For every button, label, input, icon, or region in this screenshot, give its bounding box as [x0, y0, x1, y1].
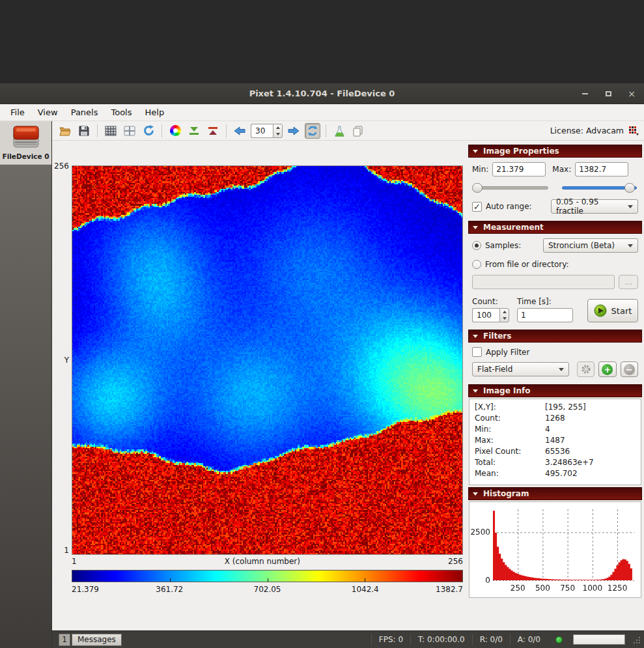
- down-arrow-icon: [276, 133, 280, 135]
- colorbar-tick: [365, 578, 365, 582]
- chevron-down-icon: [559, 368, 564, 371]
- filters-header[interactable]: Filters: [468, 330, 642, 343]
- open-folder-icon: [59, 125, 72, 137]
- menu-help[interactable]: Help: [139, 105, 171, 120]
- colorbar-labels: 21.379 361.72 702.05 1042.4 1382.7: [72, 585, 463, 595]
- min-input[interactable]: 21.379: [492, 162, 546, 176]
- count-value[interactable]: 100: [472, 308, 499, 322]
- filter-settings-button[interactable]: [577, 361, 595, 377]
- section-title: Image Properties: [483, 147, 559, 156]
- frame-count-value[interactable]: 30: [251, 124, 273, 138]
- remove-filter-button[interactable]: −: [621, 361, 638, 377]
- samples-value: Stroncium (Beta): [548, 241, 615, 250]
- panes-icon: [124, 126, 135, 136]
- device-sidebar: FileDevice 0: [0, 121, 52, 648]
- max-input[interactable]: 1382.7: [575, 162, 628, 176]
- messages-button[interactable]: Messages: [72, 634, 122, 646]
- frame-count-spinbox[interactable]: 30: [251, 124, 283, 138]
- continuous-refresh-toggle[interactable]: [305, 123, 320, 139]
- colorbar-label: 702.05: [254, 585, 281, 594]
- auto-range-label: Auto range:: [486, 202, 532, 211]
- histogram-canvas[interactable]: [471, 503, 639, 596]
- progress-bar: [573, 634, 625, 645]
- browse-button[interactable]: ...: [619, 275, 638, 289]
- histogram-header[interactable]: Histogram: [468, 487, 642, 500]
- close-button[interactable]: ×: [624, 87, 639, 100]
- frame-count-up[interactable]: [273, 124, 282, 131]
- collapse-arrow-icon: [473, 335, 478, 338]
- app-window: Pixet 1.4.10.704 - FileDevice 0 × File V…: [0, 83, 644, 648]
- x-axis-title: X (column number): [77, 557, 448, 566]
- menu-tools[interactable]: Tools: [104, 105, 138, 120]
- license-label: License: Advacam: [550, 126, 624, 135]
- color-wheel-icon: [170, 125, 181, 136]
- x-axis-max-label: 256: [448, 557, 463, 566]
- colorbar-label: 21.379: [72, 585, 99, 594]
- level-min-button[interactable]: [186, 123, 202, 139]
- image-info-box: [X,Y]:[195, 255] Count:1268 Min:4 Max:14…: [469, 399, 641, 485]
- image-properties-header[interactable]: Image Properties: [468, 145, 642, 158]
- max-level-icon: [207, 126, 219, 135]
- collapse-arrow-icon: [473, 492, 478, 496]
- filter-select[interactable]: Flat-Field: [472, 362, 569, 376]
- min-slider-thumb[interactable]: [472, 183, 483, 193]
- add-filter-button[interactable]: +: [598, 361, 616, 377]
- auto-range-checkbox[interactable]: ✓: [472, 202, 482, 212]
- next-frame-button[interactable]: [286, 123, 301, 139]
- toolbar-separator: [161, 124, 162, 137]
- open-button[interactable]: [57, 123, 73, 139]
- time-label: Time [s]:: [517, 297, 573, 306]
- time-input[interactable]: 1: [517, 308, 573, 322]
- menu-file[interactable]: File: [4, 105, 31, 120]
- apply-filter-label: Apply Filter: [486, 348, 529, 357]
- max-slider-thumb[interactable]: [624, 183, 635, 193]
- count-down[interactable]: [500, 315, 509, 322]
- count-up[interactable]: [500, 309, 509, 315]
- menu-panels[interactable]: Panels: [64, 105, 105, 120]
- apply-filter-checkbox[interactable]: [472, 347, 482, 357]
- from-file-label: From file or directory:: [485, 260, 569, 269]
- min-slider[interactable]: [472, 182, 550, 193]
- sidebar-item-filedevice0[interactable]: FileDevice 0: [0, 121, 51, 165]
- count-label: Count:: [472, 297, 509, 306]
- measurement-header[interactable]: Measurement: [468, 221, 642, 234]
- refresh-button[interactable]: [141, 123, 156, 139]
- start-button[interactable]: Start: [587, 299, 638, 322]
- prev-frame-button[interactable]: [232, 123, 247, 139]
- minimize-button[interactable]: [578, 87, 592, 100]
- filter-value: Flat-Field: [477, 365, 512, 374]
- samples-radio[interactable]: [472, 241, 481, 250]
- resize-grip[interactable]: [632, 635, 641, 645]
- file-path-input[interactable]: [472, 275, 615, 289]
- frames-copy-button[interactable]: [350, 123, 366, 139]
- collapse-arrow-icon: [473, 226, 478, 229]
- refresh-icon: [143, 124, 155, 137]
- maximize-button[interactable]: [601, 87, 615, 100]
- sidebar-empty-area: [0, 165, 51, 648]
- plus-icon: +: [602, 364, 613, 375]
- matrix-view-button[interactable]: [103, 123, 119, 139]
- color-palette-button[interactable]: [167, 123, 183, 139]
- level-max-button[interactable]: [205, 123, 221, 139]
- info-row-mean: Mean:495.702: [475, 468, 636, 479]
- fps-status: FPS: 0: [371, 634, 410, 645]
- collapse-arrow-icon: [473, 150, 478, 153]
- measurement-button[interactable]: [331, 123, 347, 139]
- max-label: Max:: [552, 165, 571, 174]
- samples-select[interactable]: Stroncium (Beta): [543, 238, 638, 253]
- frame-count-down[interactable]: [273, 131, 282, 137]
- detector-image-canvas[interactable]: [72, 166, 462, 554]
- menu-view[interactable]: View: [31, 105, 64, 120]
- from-file-radio[interactable]: [472, 260, 481, 269]
- count-spinbox[interactable]: 100: [472, 308, 509, 322]
- title-bar[interactable]: Pixet 1.4.10.704 - FileDevice 0 ×: [0, 83, 644, 104]
- fractile-select[interactable]: 0.05 - 0.95 fractile: [551, 199, 638, 214]
- max-slider[interactable]: [561, 182, 638, 193]
- save-button[interactable]: [76, 123, 92, 139]
- license-grid-icon[interactable]: [628, 126, 639, 135]
- image-info-header[interactable]: Image Info: [468, 384, 642, 397]
- colorbar[interactable]: [72, 570, 463, 582]
- image-view: 256 Y 1 1 X (column number) 256: [52, 141, 467, 630]
- section-title: Image Info: [483, 386, 530, 395]
- panels-view-button[interactable]: [122, 123, 137, 139]
